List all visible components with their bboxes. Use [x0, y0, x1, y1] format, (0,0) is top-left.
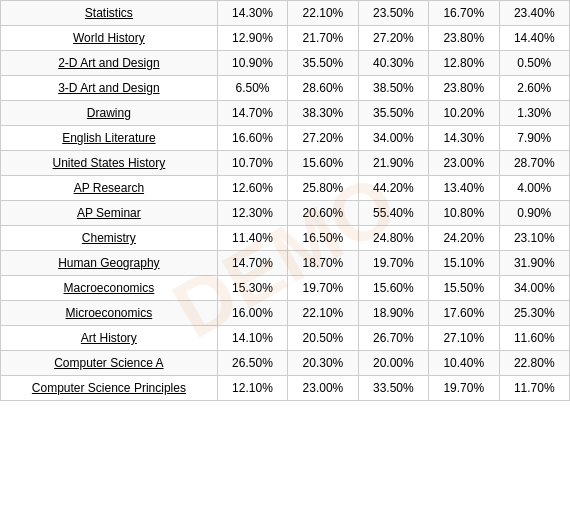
pct-cell: 31.90%	[499, 251, 570, 276]
table-row: Drawing14.70%38.30%35.50%10.20%1.30%	[1, 101, 570, 126]
pct-cell: 13.40%	[429, 176, 499, 201]
pct-cell: 44.20%	[358, 176, 428, 201]
table-row: Human Geography14.70%18.70%19.70%15.10%3…	[1, 251, 570, 276]
subject-cell: Computer Science Principles	[1, 376, 218, 401]
pct-cell: 22.10%	[288, 1, 358, 26]
pct-cell: 14.70%	[217, 101, 287, 126]
subject-cell: Chemistry	[1, 226, 218, 251]
subject-cell: English Literature	[1, 126, 218, 151]
pct-cell: 23.80%	[429, 26, 499, 51]
pct-cell: 38.50%	[358, 76, 428, 101]
pct-cell: 24.80%	[358, 226, 428, 251]
pct-cell: 15.60%	[358, 276, 428, 301]
pct-cell: 17.60%	[429, 301, 499, 326]
table-row: AP Research12.60%25.80%44.20%13.40%4.00%	[1, 176, 570, 201]
pct-cell: 1.30%	[499, 101, 570, 126]
pct-cell: 15.50%	[429, 276, 499, 301]
pct-cell: 11.70%	[499, 376, 570, 401]
table-row: United States History10.70%15.60%21.90%2…	[1, 151, 570, 176]
pct-cell: 19.70%	[429, 376, 499, 401]
pct-cell: 16.60%	[217, 126, 287, 151]
pct-cell: 11.40%	[217, 226, 287, 251]
pct-cell: 27.10%	[429, 326, 499, 351]
pct-cell: 34.00%	[358, 126, 428, 151]
pct-cell: 20.00%	[358, 351, 428, 376]
pct-cell: 12.60%	[217, 176, 287, 201]
table-row: Computer Science Principles12.10%23.00%3…	[1, 376, 570, 401]
pct-cell: 20.30%	[288, 351, 358, 376]
table-row: 3-D Art and Design6.50%28.60%38.50%23.80…	[1, 76, 570, 101]
subject-cell: Human Geography	[1, 251, 218, 276]
pct-cell: 15.10%	[429, 251, 499, 276]
pct-cell: 22.10%	[288, 301, 358, 326]
pct-cell: 26.50%	[217, 351, 287, 376]
subject-cell: Microeconomics	[1, 301, 218, 326]
pct-cell: 38.30%	[288, 101, 358, 126]
pct-cell: 19.70%	[288, 276, 358, 301]
pct-cell: 25.30%	[499, 301, 570, 326]
subject-cell: 2-D Art and Design	[1, 51, 218, 76]
table-row: Macroeconomics15.30%19.70%15.60%15.50%34…	[1, 276, 570, 301]
pct-cell: 22.80%	[499, 351, 570, 376]
subject-cell: United States History	[1, 151, 218, 176]
subject-cell: Computer Science A	[1, 351, 218, 376]
pct-cell: 19.70%	[358, 251, 428, 276]
pct-cell: 7.90%	[499, 126, 570, 151]
pct-cell: 2.60%	[499, 76, 570, 101]
table-row: 2-D Art and Design10.90%35.50%40.30%12.8…	[1, 51, 570, 76]
subject-cell: AP Research	[1, 176, 218, 201]
pct-cell: 25.80%	[288, 176, 358, 201]
table-row: Art History14.10%20.50%26.70%27.10%11.60…	[1, 326, 570, 351]
table-row: Chemistry11.40%16.50%24.80%24.20%23.10%	[1, 226, 570, 251]
pct-cell: 27.20%	[288, 126, 358, 151]
data-table: Statistics14.30%22.10%23.50%16.70%23.40%…	[0, 0, 570, 401]
pct-cell: 23.10%	[499, 226, 570, 251]
pct-cell: 11.60%	[499, 326, 570, 351]
pct-cell: 21.70%	[288, 26, 358, 51]
pct-cell: 6.50%	[217, 76, 287, 101]
pct-cell: 35.50%	[358, 101, 428, 126]
pct-cell: 10.80%	[429, 201, 499, 226]
pct-cell: 14.30%	[429, 126, 499, 151]
pct-cell: 26.70%	[358, 326, 428, 351]
table-row: World History12.90%21.70%27.20%23.80%14.…	[1, 26, 570, 51]
pct-cell: 14.40%	[499, 26, 570, 51]
pct-cell: 10.90%	[217, 51, 287, 76]
pct-cell: 4.00%	[499, 176, 570, 201]
table-row: AP Seminar12.30%20.60%55.40%10.80%0.90%	[1, 201, 570, 226]
pct-cell: 21.90%	[358, 151, 428, 176]
pct-cell: 14.10%	[217, 326, 287, 351]
pct-cell: 28.70%	[499, 151, 570, 176]
pct-cell: 34.00%	[499, 276, 570, 301]
pct-cell: 55.40%	[358, 201, 428, 226]
pct-cell: 18.70%	[288, 251, 358, 276]
pct-cell: 23.00%	[429, 151, 499, 176]
pct-cell: 16.70%	[429, 1, 499, 26]
pct-cell: 14.30%	[217, 1, 287, 26]
subject-cell: 3-D Art and Design	[1, 76, 218, 101]
pct-cell: 20.60%	[288, 201, 358, 226]
pct-cell: 33.50%	[358, 376, 428, 401]
subject-cell: Macroeconomics	[1, 276, 218, 301]
pct-cell: 14.70%	[217, 251, 287, 276]
pct-cell: 23.00%	[288, 376, 358, 401]
table-row: Computer Science A26.50%20.30%20.00%10.4…	[1, 351, 570, 376]
pct-cell: 40.30%	[358, 51, 428, 76]
subject-cell: Statistics	[1, 1, 218, 26]
pct-cell: 0.90%	[499, 201, 570, 226]
pct-cell: 0.50%	[499, 51, 570, 76]
pct-cell: 24.20%	[429, 226, 499, 251]
pct-cell: 18.90%	[358, 301, 428, 326]
subject-cell: AP Seminar	[1, 201, 218, 226]
pct-cell: 15.60%	[288, 151, 358, 176]
pct-cell: 23.50%	[358, 1, 428, 26]
pct-cell: 16.50%	[288, 226, 358, 251]
pct-cell: 23.40%	[499, 1, 570, 26]
pct-cell: 35.50%	[288, 51, 358, 76]
pct-cell: 12.10%	[217, 376, 287, 401]
pct-cell: 20.50%	[288, 326, 358, 351]
table-row: English Literature16.60%27.20%34.00%14.3…	[1, 126, 570, 151]
table-row: Microeconomics16.00%22.10%18.90%17.60%25…	[1, 301, 570, 326]
subject-cell: Art History	[1, 326, 218, 351]
pct-cell: 23.80%	[429, 76, 499, 101]
